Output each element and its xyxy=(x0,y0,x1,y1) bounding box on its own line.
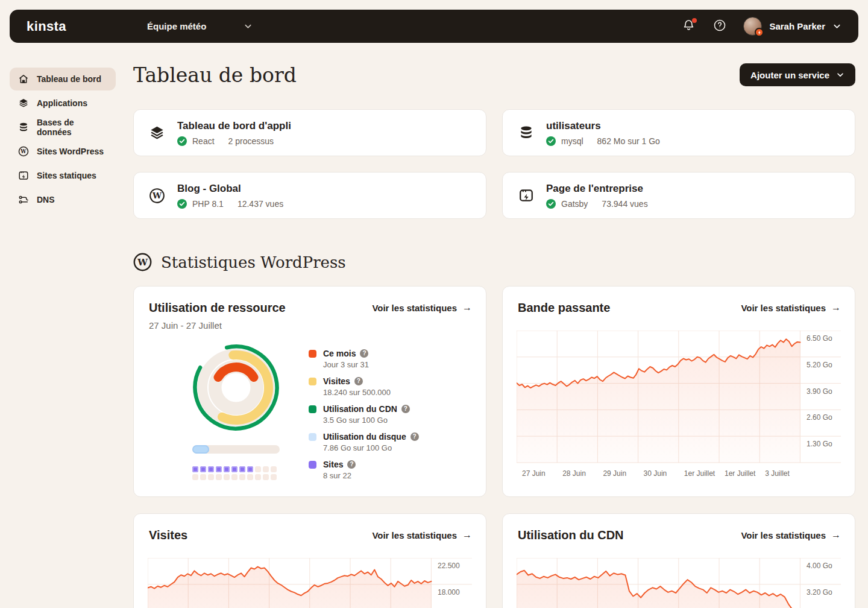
site-dot xyxy=(208,466,214,472)
service-meta: 73.944 vues xyxy=(602,199,647,209)
dns-icon xyxy=(18,194,29,205)
database-icon xyxy=(18,122,29,133)
view-stats-label: Voir les statistiques xyxy=(741,530,826,540)
svg-text:1er Juillet: 1er Juillet xyxy=(725,469,756,478)
cdn-chart: 4.00 Go3.20 Go xyxy=(517,558,841,608)
main-content: Tableau de bord Ajouter un service Table… xyxy=(133,58,855,608)
service-meta: 12.437 vues xyxy=(237,199,283,209)
service-card-users-db[interactable]: utilisateurs mysql 862 Mo sur 1 Go xyxy=(502,109,855,156)
arrow-right-icon: → xyxy=(462,302,472,313)
legend-label: Visites xyxy=(323,376,350,387)
view-stats-link[interactable]: Voir les statistiques → xyxy=(741,528,841,540)
sidebar-item-databases[interactable]: Bases de données xyxy=(10,116,116,139)
site-dot xyxy=(231,474,237,480)
help-icon[interactable]: ? xyxy=(354,377,363,385)
lightning-badge-icon xyxy=(755,28,764,37)
card-title: Bande passante xyxy=(517,301,610,315)
resource-legend: Ce mois? Jour 3 sur 31 Visites? 18.240 s… xyxy=(309,344,419,487)
visits-chart: 22.50018.000 xyxy=(148,558,472,608)
chevron-down-icon xyxy=(836,71,844,79)
static-site-icon xyxy=(18,170,29,181)
svg-text:27 Juin: 27 Juin xyxy=(522,469,546,478)
notifications-button[interactable] xyxy=(681,19,696,34)
static-site-icon xyxy=(518,188,534,204)
svg-text:3 Juillet: 3 Juillet xyxy=(765,469,790,478)
site-dot xyxy=(255,474,261,480)
svg-text:W: W xyxy=(137,257,148,268)
legend-label: Utilisation du CDN xyxy=(323,404,397,414)
legend-label: Sites xyxy=(323,459,343,470)
date-range: 27 Juin - 27 Juillet xyxy=(148,320,472,331)
service-tech: mysql xyxy=(561,136,583,146)
sidebar-item-dashboard[interactable]: Tableau de bord xyxy=(10,68,116,90)
view-stats-link[interactable]: Voir les statistiques → xyxy=(372,528,472,540)
card-title: Utilisation du CDN xyxy=(517,528,624,542)
stats-section-title: Statistiques WordPress xyxy=(161,253,346,271)
help-button[interactable] xyxy=(712,19,728,34)
help-icon[interactable]: ? xyxy=(410,432,419,441)
status-check-icon xyxy=(546,199,556,209)
kinsta-logo: kinsta xyxy=(27,19,66,34)
site-dot xyxy=(271,474,277,480)
wordpress-icon: W xyxy=(133,253,152,271)
sidebar-item-label: Applications xyxy=(37,98,87,108)
site-dot xyxy=(216,474,222,480)
sidebar-item-label: DNS xyxy=(37,195,55,204)
help-icon[interactable]: ? xyxy=(360,349,368,358)
svg-text:2.60 Go: 2.60 Go xyxy=(807,413,832,422)
user-menu[interactable]: Sarah Parker xyxy=(743,17,841,36)
help-icon xyxy=(713,19,726,34)
site-dot xyxy=(200,466,206,472)
sidebar-item-applications[interactable]: Applications xyxy=(10,92,116,115)
sidebar-item-dns[interactable]: DNS xyxy=(10,188,116,211)
legend-item-sites: Sites? 8 sur 22 xyxy=(309,459,419,481)
site-dot xyxy=(192,474,198,480)
page-title: Tableau de bord xyxy=(133,63,297,87)
service-meta: 2 processus xyxy=(228,136,274,146)
add-service-button[interactable]: Ajouter un service xyxy=(740,63,855,86)
legend-value: 7.86 Go sur 100 Go xyxy=(323,443,419,453)
notification-dot xyxy=(692,18,697,23)
site-dot xyxy=(224,474,230,480)
wordpress-icon: W xyxy=(149,188,165,204)
legend-value: 18.240 sur 500.000 xyxy=(323,388,391,397)
status-check-icon xyxy=(177,199,187,209)
chevron-down-icon xyxy=(832,22,841,31)
sidebar-item-label: Tableau de bord xyxy=(37,74,101,84)
help-icon[interactable]: ? xyxy=(347,460,356,469)
site-dot xyxy=(263,474,269,480)
site-dot xyxy=(192,466,198,472)
site-dot xyxy=(200,474,206,480)
legend-item-cdn: Utilisation du CDN? 3.5 Go sur 100 Go xyxy=(309,404,419,425)
legend-label: Ce mois xyxy=(323,348,356,359)
stack-icon xyxy=(149,125,165,141)
sidebar-item-static-sites[interactable]: Sites statiques xyxy=(10,164,116,187)
svg-text:3.20 Go: 3.20 Go xyxy=(807,588,832,597)
team-selector[interactable]: Équipe météo xyxy=(147,21,253,31)
sites-dots xyxy=(192,466,280,480)
svg-text:4.00 Go: 4.00 Go xyxy=(807,562,832,570)
legend-swatch xyxy=(309,461,316,469)
service-card-app-dashboard[interactable]: Tableau de bord d'appli React 2 processu… xyxy=(133,109,486,156)
service-tech: Gatsby xyxy=(561,199,588,209)
view-stats-link[interactable]: Voir les statistiques → xyxy=(372,301,472,313)
legend-value: 3.5 Go sur 100 Go xyxy=(323,416,410,425)
service-card-blog[interactable]: W Blog - Global PHP 8.1 12.437 vues xyxy=(133,172,486,219)
svg-text:1er Juillet: 1er Juillet xyxy=(684,469,715,478)
service-card-company-page[interactable]: Page de l'entreprise Gatsby 73.944 vues xyxy=(502,172,855,219)
site-dot xyxy=(247,466,253,472)
legend-value: 8 sur 22 xyxy=(323,471,356,481)
cdn-usage-card: Utilisation du CDN Voir les statistiques… xyxy=(502,513,855,608)
site-dot xyxy=(231,466,237,472)
team-selector-label: Équipe météo xyxy=(147,21,206,31)
view-stats-link[interactable]: Voir les statistiques → xyxy=(741,301,841,313)
service-card-title: Page de l'entreprise xyxy=(546,183,648,195)
avatar xyxy=(743,17,762,36)
site-dot xyxy=(263,466,269,472)
sidebar-item-wordpress-sites[interactable]: W Sites WordPress xyxy=(10,140,116,163)
service-card-title: utilisateurs xyxy=(546,120,660,132)
help-icon[interactable]: ? xyxy=(401,405,410,413)
service-meta: 862 Mo sur 1 Go xyxy=(597,136,660,146)
service-tech: React xyxy=(192,136,215,146)
legend-item-disk: Utilisation du disque? 7.86 Go sur 100 G… xyxy=(309,431,419,453)
